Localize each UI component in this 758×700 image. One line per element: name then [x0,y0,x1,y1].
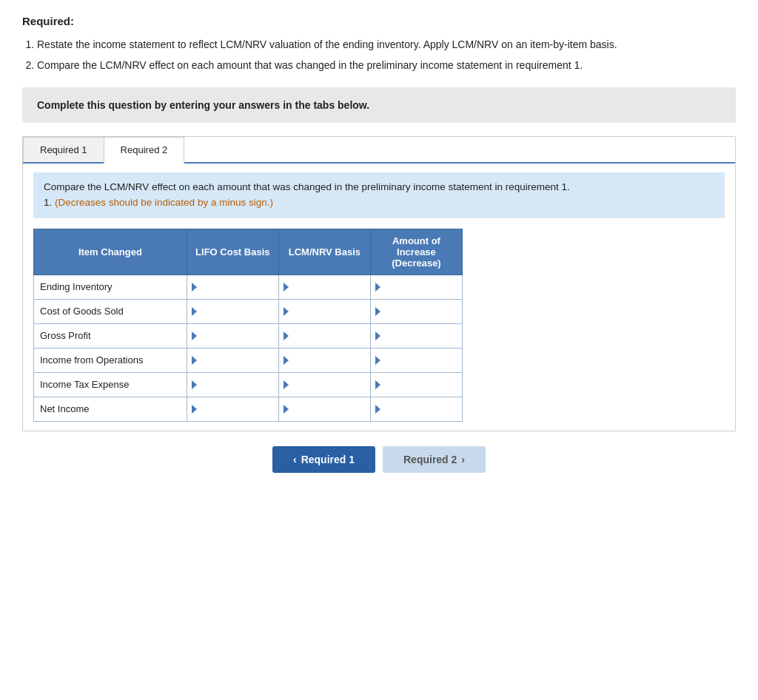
tab-content-area: Compare the LCM/NRV effect on each amoun… [23,164,735,431]
table-row: Ending Inventory [34,275,463,299]
tabs-header: Required 1 Required 2 [23,137,735,164]
input-cell-lifo-cost-4[interactable] [187,372,278,397]
back-button-label: Required 1 [301,454,355,465]
tab-required-1[interactable]: Required 1 [23,137,104,162]
input-amount-4[interactable] [383,377,462,391]
item-cell-0: Ending Inventory [34,275,187,299]
triangle-icon [192,380,197,389]
th-lcm-nrv: LCM/NRV Basis [278,229,370,275]
input-lifo-cost-0[interactable] [200,280,278,294]
triangle-icon [375,405,380,414]
input-amount-2[interactable] [383,329,462,343]
triangle-icon [284,380,289,389]
input-cell-lcm-nrv-3[interactable] [278,348,370,372]
input-lcm-nrv-1[interactable] [292,304,370,318]
data-table: Item Changed LIFO Cost Basis LCM/NRV Bas… [33,229,463,422]
complete-box: Complete this question by entering your … [22,87,736,123]
input-cell-lcm-nrv-2[interactable] [278,323,370,348]
input-lifo-cost-2[interactable] [200,329,278,343]
input-cell-amount-1[interactable] [370,299,462,323]
th-item-changed: Item Changed [34,229,187,275]
input-amount-0[interactable] [383,280,462,294]
item-cell-5: Net Income [34,397,187,421]
input-cell-amount-2[interactable] [370,323,462,348]
input-amount-3[interactable] [383,353,462,367]
triangle-icon [192,356,197,365]
tabs-wrapper: Required 1 Required 2 Compare the LCM/NR… [22,136,736,431]
input-lcm-nrv-3[interactable] [292,353,370,367]
triangle-icon [375,332,380,340]
input-lcm-nrv-5[interactable] [292,402,370,416]
input-cell-amount-3[interactable] [370,348,462,372]
input-cell-lcm-nrv-1[interactable] [278,299,370,323]
instruction-1: Restate the income statement to reflect … [37,36,736,53]
input-lifo-cost-5[interactable] [200,402,278,416]
triangle-icon [192,307,197,316]
triangle-icon [375,283,380,292]
triangle-icon [375,380,380,389]
triangle-icon [375,307,380,316]
forward-button-label: Required 2 [403,454,457,465]
triangle-icon [284,332,289,340]
table-row: Income Tax Expense [34,372,463,397]
th-lifo-cost: LIFO Cost Basis [187,229,278,275]
input-cell-lifo-cost-3[interactable] [187,348,278,372]
triangle-icon [192,332,197,340]
input-cell-lcm-nrv-0[interactable] [278,275,370,299]
input-lifo-cost-1[interactable] [200,304,278,318]
input-cell-lifo-cost-5[interactable] [187,397,278,421]
decrease-note: (Decreases should be indicated by a minu… [55,197,273,208]
input-cell-lifo-cost-2[interactable] [187,323,278,348]
instructions: Restate the income statement to reflect … [22,36,736,74]
input-lifo-cost-4[interactable] [200,377,278,391]
input-cell-amount-5[interactable] [370,397,462,421]
input-cell-lcm-nrv-4[interactable] [278,372,370,397]
input-amount-1[interactable] [383,304,462,318]
required-header: Required: [22,15,736,27]
table-row: Net Income [34,397,463,421]
forward-chevron-icon: › [461,454,465,465]
input-lcm-nrv-2[interactable] [292,329,370,343]
table-row: Cost of Goods Sold [34,299,463,323]
table-row: Income from Operations [34,348,463,372]
triangle-icon [284,307,289,316]
th-amount: Amount of Increase (Decrease) [370,229,462,275]
input-lcm-nrv-4[interactable] [292,377,370,391]
triangle-icon [284,283,289,292]
input-cell-lifo-cost-1[interactable] [187,299,278,323]
input-cell-amount-4[interactable] [370,372,462,397]
input-lcm-nrv-0[interactable] [292,280,370,294]
page-container: Required: Restate the income statement t… [0,0,758,488]
triangle-icon [375,356,380,365]
tab-required-2[interactable]: Required 2 [104,137,185,164]
triangle-icon [192,283,197,292]
item-cell-4: Income Tax Expense [34,372,187,397]
back-button[interactable]: ‹ Required 1 [272,446,375,473]
triangle-icon [192,405,197,414]
instruction-2: Compare the LCM/NRV effect on each amoun… [37,57,736,73]
input-amount-5[interactable] [383,402,462,416]
item-cell-2: Gross Profit [34,323,187,348]
back-chevron-icon: ‹ [293,454,297,465]
input-cell-lcm-nrv-5[interactable] [278,397,370,421]
input-cell-amount-0[interactable] [370,275,462,299]
input-lifo-cost-3[interactable] [200,353,278,367]
triangle-icon [284,356,289,365]
tab-description-text: Compare the LCM/NRV effect on each amoun… [44,181,570,192]
forward-button[interactable]: Required 2 › [383,446,486,473]
triangle-icon [284,405,289,414]
item-cell-1: Cost of Goods Sold [34,299,187,323]
input-cell-lifo-cost-0[interactable] [187,275,278,299]
table-row: Gross Profit [34,323,463,348]
notice-bar: Compare the LCM/NRV effect on each amoun… [33,172,725,218]
bottom-nav: ‹ Required 1 Required 2 › [22,446,736,473]
item-cell-3: Income from Operations [34,348,187,372]
